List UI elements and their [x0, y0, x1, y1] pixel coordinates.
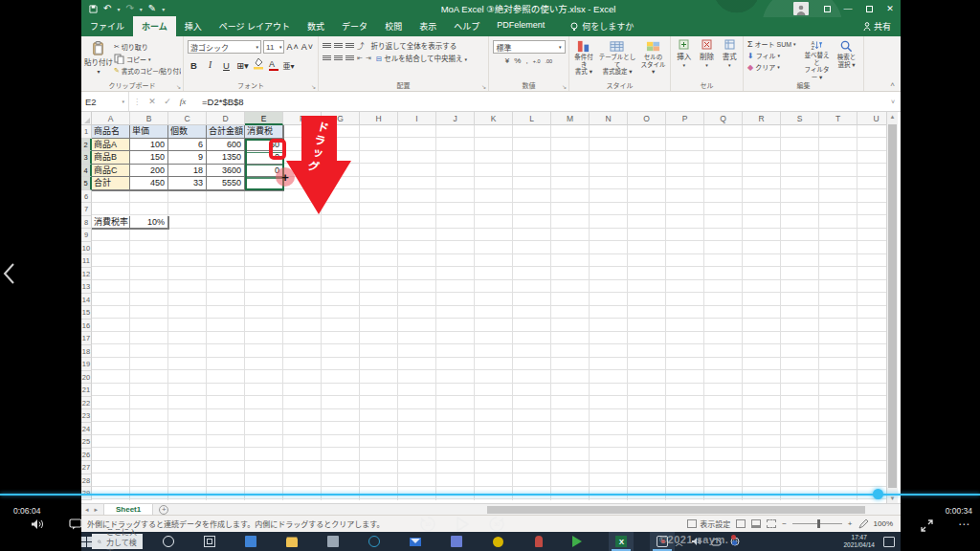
cell-styles-button[interactable]: セルのスタイル ▾ [638, 39, 668, 80]
underline-button[interactable]: U [220, 60, 233, 71]
row-header-28[interactable]: 28 [81, 474, 92, 488]
row-header-21[interactable]: 21 [81, 384, 92, 397]
italic-button[interactable]: I [204, 60, 216, 70]
close-button[interactable]: ✕ [880, 0, 901, 17]
cell-D3[interactable]: 1350 [207, 151, 245, 165]
increase-decimal-icon[interactable]: +.0 [533, 58, 541, 64]
tab-データ[interactable]: データ [333, 16, 376, 36]
bold-button[interactable]: B [188, 60, 200, 71]
increase-indent-icon[interactable]: ⇥ [366, 55, 371, 62]
zoom-slider-thumb[interactable] [817, 519, 820, 528]
restore-button[interactable] [858, 0, 880, 17]
row-header-13[interactable]: 13 [81, 280, 92, 294]
zoom-slider[interactable] [792, 523, 842, 524]
cell-B5[interactable]: 450 [130, 177, 168, 190]
cell-C3[interactable]: 9 [168, 151, 207, 165]
zoom-level[interactable]: 100% [874, 519, 893, 528]
tab-ページ レイアウト[interactable]: ページ レイアウト [211, 16, 299, 36]
taskbar-mail-icon[interactable] [403, 532, 428, 551]
row-header-1[interactable]: 1 [81, 125, 92, 139]
collapse-ribbon-icon[interactable]: ˄ [890, 80, 895, 89]
display-settings-button[interactable]: 表示設定 [687, 518, 730, 529]
percent-format-icon[interactable]: % [514, 56, 521, 65]
cut-button[interactable]: ✂切り取り [114, 42, 181, 52]
column-header-S[interactable]: S [781, 112, 819, 125]
row-header-23[interactable]: 23 [81, 409, 92, 423]
share-button[interactable]: 共有 [863, 20, 901, 36]
expand-formula-bar-icon[interactable]: ˅ [891, 99, 901, 105]
cell-B2[interactable]: 100 [130, 139, 168, 152]
sort-filter-button[interactable]: AZ 並べ替えとフィルター ▾ [802, 39, 832, 80]
grow-font-button[interactable]: A˄ [286, 42, 299, 52]
tab-PDFelement[interactable]: PDFelement [488, 16, 553, 36]
sheet-nav-arrows[interactable]: ◂ ▸ [81, 506, 103, 514]
formula-input[interactable]: =D2*$B$8 [190, 97, 244, 107]
cell-C5[interactable]: 33 [168, 177, 207, 190]
row-header-26[interactable]: 26 [81, 449, 92, 462]
row-header-22[interactable]: 22 [81, 397, 92, 410]
taskbar-file-explorer-icon[interactable] [279, 532, 304, 551]
tab-数式[interactable]: 数式 [299, 16, 333, 36]
save-icon[interactable] [89, 5, 98, 13]
row-header-3[interactable]: 3 [81, 151, 92, 165]
number-format-select[interactable]: 標準▾ [493, 40, 566, 54]
tab-表示[interactable]: 表示 [411, 16, 445, 36]
worksheet-grid[interactable]: ABCDEFGHIJKLMNOPQRSTU 123456789101112131… [81, 112, 901, 503]
vertical-scrollbar[interactable]: ▲ ▼ [886, 112, 898, 503]
conditional-formatting-button[interactable]: 条件付き書式 ▾ [571, 39, 596, 80]
vertical-scroll-thumb[interactable] [888, 124, 897, 488]
cell-B4[interactable]: 200 [130, 165, 168, 178]
align-left-icon[interactable] [323, 55, 331, 61]
fill-button[interactable]: ⬇フィル▾ [747, 51, 802, 60]
scroll-down-icon[interactable]: ▼ [887, 496, 898, 501]
alignment-dialog-launcher-icon[interactable]: ↘ [481, 83, 486, 90]
row-header-20[interactable]: 20 [81, 371, 92, 385]
tab-ホーム[interactable]: ホーム [133, 16, 176, 36]
cell-C4[interactable]: 18 [168, 165, 207, 178]
account-avatar[interactable] [793, 2, 809, 15]
cell-A3[interactable]: 商品B [92, 151, 130, 165]
row-header-11[interactable]: 11 [81, 254, 92, 268]
subtitles-icon[interactable] [69, 518, 82, 530]
tab-ヘルプ[interactable]: ヘルプ [445, 16, 488, 36]
cell-A4[interactable]: 商品C [92, 165, 130, 178]
horizontal-scrollbar[interactable] [483, 506, 880, 514]
undo-icon[interactable]: ↶ [103, 0, 111, 17]
cell-A5[interactable]: 合計 [92, 177, 130, 190]
decrease-indent-icon[interactable]: ⇤ [357, 55, 363, 62]
column-header-D[interactable]: D [207, 112, 245, 125]
row-header-4[interactable]: 4 [81, 165, 92, 178]
row-header-16[interactable]: 16 [81, 320, 92, 333]
autosum-button[interactable]: Σオート SUM▾ [747, 39, 802, 49]
cell-E1[interactable]: 消費税 [245, 125, 283, 139]
tab-ファイル[interactable]: ファイル [81, 16, 133, 36]
column-header-A[interactable]: A [92, 112, 130, 125]
find-select-button[interactable]: 検索と選択 ▾ [832, 39, 861, 80]
delete-cells-button[interactable]: 削除▾ [700, 39, 714, 80]
fill-color-button[interactable] [253, 56, 265, 74]
normal-view-icon[interactable] [736, 519, 746, 528]
column-header-J[interactable]: J [436, 112, 475, 125]
row-header-2[interactable]: 2 [81, 139, 92, 152]
number-dialog-launcher-icon[interactable]: ↘ [562, 83, 567, 90]
cell-C2[interactable]: 6 [168, 139, 207, 152]
taskbar-cortana-icon[interactable] [156, 532, 181, 551]
qat-customize-icon[interactable]: ▾ [162, 6, 165, 12]
row-header-18[interactable]: 18 [81, 345, 92, 359]
pen-icon[interactable]: ✎ [148, 0, 156, 17]
cell-D1[interactable]: 合計金額 [207, 125, 245, 139]
select-all-corner[interactable] [81, 112, 92, 125]
taskbar-app-green-icon[interactable] [568, 532, 592, 551]
align-top-icon[interactable] [323, 42, 331, 49]
cell-D5[interactable]: 5550 [207, 177, 245, 190]
taskbar-edge-icon[interactable] [362, 532, 387, 551]
orientation-button[interactable]: ⤴ [357, 40, 365, 51]
row-header-17[interactable]: 17 [81, 332, 92, 345]
redo-icon[interactable]: ↷ [125, 0, 133, 17]
taskbar-clock[interactable]: 17:47 2021/04/14 [843, 534, 875, 549]
add-sheet-icon[interactable]: + [159, 505, 168, 515]
taskbar-photos-icon[interactable] [238, 532, 263, 551]
row-header-9[interactable]: 9 [81, 229, 92, 242]
taskbar-onenote-icon[interactable] [444, 532, 469, 551]
wrap-text-button[interactable]: 折り返して全体を表示する [371, 40, 457, 51]
